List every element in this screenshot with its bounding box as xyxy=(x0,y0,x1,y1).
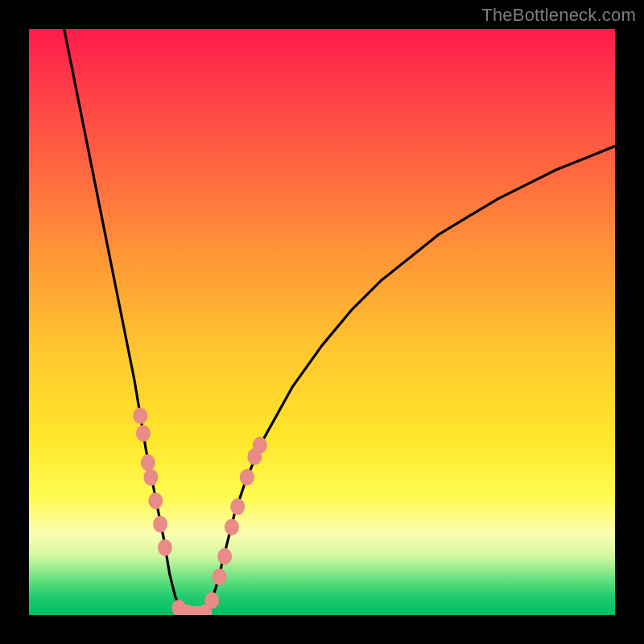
right-branch-dots-6 xyxy=(240,469,254,486)
right-branch-dots-5 xyxy=(230,498,245,515)
left-branch-dots-2 xyxy=(141,454,155,471)
chart-svg xyxy=(29,29,615,615)
right-branch-dots-3 xyxy=(217,548,232,565)
bottleneck-curve-left xyxy=(64,29,188,615)
plot-area xyxy=(29,29,615,615)
left-branch-dots-5 xyxy=(153,516,167,533)
bottleneck-curve-right xyxy=(204,147,615,615)
left-branch-dots-0 xyxy=(133,407,147,424)
left-branch-dots-6 xyxy=(158,539,172,556)
left-branch-dots-1 xyxy=(136,425,151,442)
watermark-label: TheBottleneck.com xyxy=(481,5,636,26)
right-branch-dots-2 xyxy=(213,568,227,585)
left-branch-dots-4 xyxy=(148,493,163,510)
right-branch-dots-8 xyxy=(253,437,267,454)
right-branch-dots-4 xyxy=(225,518,239,535)
right-branch-dots-1 xyxy=(204,592,219,609)
left-branch-dots-3 xyxy=(143,469,158,486)
chart-frame: TheBottleneck.com xyxy=(0,0,644,644)
